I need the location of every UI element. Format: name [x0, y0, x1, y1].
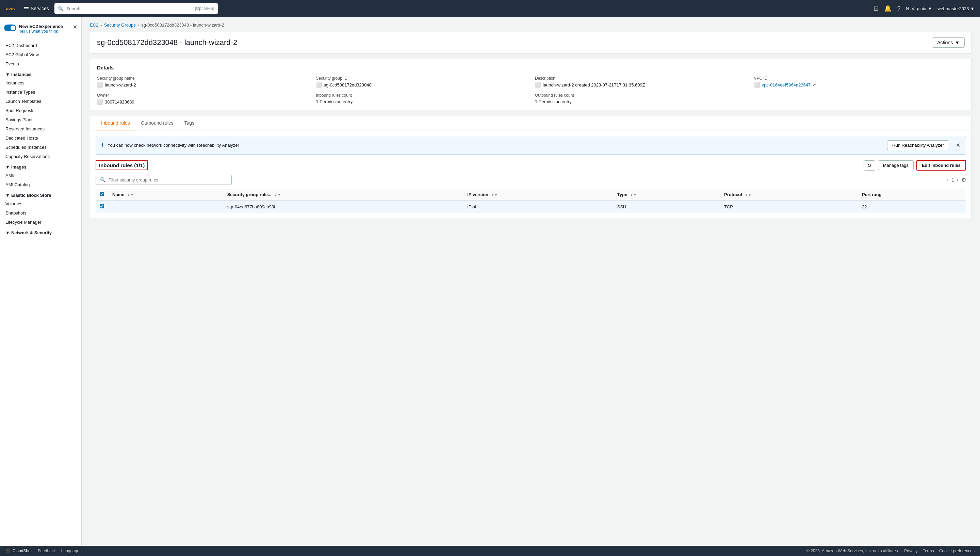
inbound-count-value: 1 Permission entry — [316, 99, 353, 104]
outbound-count-value: 1 Permission entry — [535, 99, 572, 104]
console-icon[interactable]: ⊡ — [874, 5, 878, 12]
col-protocol-sort-icon[interactable]: ▲▼ — [745, 193, 751, 197]
row-name: – — [108, 200, 223, 213]
services-menu[interactable]: Services — [24, 6, 49, 11]
search-bar[interactable]: 🔍 [Option+S] — [55, 3, 218, 14]
sidebar-item-capacity-reservations[interactable]: Capacity Reservations — [0, 152, 81, 161]
pagination: ‹ 1 › ⚙ — [947, 177, 966, 183]
vpc-id-label: VPC ID — [754, 76, 965, 81]
tab-outbound-rules[interactable]: Outbound rules — [135, 116, 179, 130]
sidebar-section-network-security[interactable]: ▼ Network & Security — [0, 227, 81, 237]
inbound-count-badge: (1/1) — [134, 162, 145, 168]
prev-page-button[interactable]: ‹ — [947, 177, 949, 183]
main-content: EC2 › Security Groups › sg-0cd508172dd32… — [82, 17, 980, 556]
help-icon[interactable]: ? — [897, 5, 900, 12]
manage-tags-button[interactable]: Manage tags — [878, 160, 914, 170]
sidebar-item-instances[interactable]: Instances — [0, 78, 81, 87]
sidebar-item-savings-plans[interactable]: Savings Plans — [0, 115, 81, 124]
table-header: Name ▲▼ Security group rule... ▲▼ IP ver… — [96, 189, 966, 200]
new-experience-toggle[interactable] — [4, 24, 16, 31]
sidebar-item-reserved-instances[interactable]: Reserved Instances — [0, 124, 81, 134]
info-icon: ℹ — [102, 142, 103, 149]
owner-copy-icon[interactable]: ⬜ — [97, 99, 103, 105]
search-input[interactable] — [66, 6, 192, 11]
details-title: Details — [97, 65, 965, 71]
sidebar-section-ebs[interactable]: ▼ Elastic Block Store — [0, 189, 81, 199]
page-header: sg-0cd508172dd323048 - launch-wizard-2 A… — [90, 32, 972, 53]
outbound-count-field: Outbound rules count 1 Permission entry — [535, 93, 746, 105]
banner-close-icon[interactable]: ✕ — [956, 142, 960, 149]
next-page-button[interactable]: › — [957, 177, 959, 183]
sidebar-item-volumes[interactable]: Volumes — [0, 199, 81, 208]
actions-label: Actions — [937, 40, 953, 45]
sidebar-item-spot-requests[interactable]: Spot Requests — [0, 106, 81, 115]
row-checkbox[interactable] — [100, 204, 104, 208]
tabs-container: Inbound rules Outbound rules Tags ℹ You … — [90, 116, 972, 219]
vpc-id-copy-icon[interactable]: ⬜ — [754, 82, 760, 87]
sg-name-copy-icon[interactable]: ⬜ — [97, 82, 103, 87]
sidebar-item-dedicated-hosts[interactable]: Dedicated Hosts — [0, 134, 81, 143]
vpc-ext-link-icon[interactable]: ↗ — [812, 82, 816, 87]
breadcrumb-current: sg-0cd508172dd323048 - launch-wizard-2 — [141, 23, 224, 27]
new-experience-link[interactable]: Tell us what you think — [19, 29, 70, 34]
sidebar-item-instance-types[interactable]: Instance Types — [0, 87, 81, 97]
tab-inbound-rules[interactable]: Inbound rules — [96, 116, 135, 130]
sg-id-copy-icon[interactable]: ⬜ — [316, 82, 322, 87]
sidebar-close-icon[interactable]: ✕ — [73, 24, 77, 30]
sidebar-section-instances[interactable]: ▼ Instances — [0, 68, 81, 78]
description-value: launch-wizard-2 created 2023-07-21T17:31… — [543, 82, 645, 87]
tab-tags[interactable]: Tags — [179, 116, 200, 130]
sidebar-item-snapshots[interactable]: Snapshots — [0, 208, 81, 218]
feedback-link[interactable]: Feedback — [38, 548, 56, 553]
inbound-count-field: Inbound rules count 1 Permission entry — [316, 93, 527, 105]
network-arrow-icon: ▼ — [5, 230, 10, 235]
col-name-sort-icon[interactable]: ▲▼ — [127, 193, 134, 197]
col-ip-version-sort-icon[interactable]: ▲▼ — [491, 193, 498, 197]
row-protocol: TCP — [720, 200, 858, 213]
col-port-range-label: Port rang — [862, 192, 882, 197]
sidebar-item-amis[interactable]: AMIs — [0, 171, 81, 180]
privacy-link[interactable]: Privacy — [904, 548, 917, 553]
cloudshell-button[interactable]: ⬛ CloudShell — [5, 548, 32, 553]
tabs-header: Inbound rules Outbound rules Tags — [90, 116, 972, 130]
aws-logo[interactable]: aws — [5, 2, 18, 15]
sidebar-item-launch-templates[interactable]: Launch Templates — [0, 97, 81, 106]
details-panel: Details Security group name ⬜ launch-wiz… — [90, 59, 972, 110]
search-icon: 🔍 — [58, 6, 64, 11]
breadcrumb-security-groups[interactable]: Security Groups — [104, 23, 136, 27]
refresh-button[interactable]: ↻ — [864, 160, 875, 171]
vpc-id-value[interactable]: vpc-0164eef5964a23647 — [762, 82, 811, 87]
col-ip-version-label: IP version — [467, 192, 488, 197]
run-reachability-button[interactable]: Run Reachability Analyzer — [887, 140, 949, 150]
table-settings-icon[interactable]: ⚙ — [961, 177, 966, 183]
search-shortcut: [Option+S] — [195, 6, 214, 11]
select-all-checkbox[interactable] — [100, 192, 104, 196]
cookie-link[interactable]: Cookie preferences — [939, 548, 975, 553]
bell-icon[interactable]: 🔔 — [884, 5, 891, 12]
breadcrumb-ec2[interactable]: EC2 — [90, 23, 98, 27]
new-experience-banner: New EC2 Experience Tell us what you thin… — [0, 21, 81, 38]
user-menu[interactable]: webmaster2023 ▼ — [938, 6, 975, 11]
sidebar-item-ami-catalog[interactable]: AMI Catalog — [0, 180, 81, 189]
description-copy-icon[interactable]: ⬜ — [535, 82, 541, 87]
filter-input-container[interactable]: 🔍 — [96, 175, 232, 185]
cloudshell-icon: ⬛ — [5, 548, 11, 553]
actions-button[interactable]: Actions ▼ — [932, 37, 965, 48]
col-type-sort-icon[interactable]: ▲▼ — [630, 193, 637, 197]
terms-link[interactable]: Terms — [923, 548, 934, 553]
sidebar-item-events[interactable]: Events — [0, 59, 81, 68]
sidebar-item-ec2-global-view[interactable]: EC2 Global View — [0, 50, 81, 59]
sidebar-section-images[interactable]: ▼ Images — [0, 161, 81, 171]
language-link[interactable]: Language — [61, 548, 79, 553]
region-selector[interactable]: N. Virginia ▼ — [906, 6, 932, 11]
row-checkbox-cell — [96, 200, 108, 213]
filter-input[interactable] — [108, 178, 227, 183]
sg-id-label: Security group ID — [316, 76, 527, 81]
sidebar-item-ec2-dashboard[interactable]: EC2 Dashboard — [0, 41, 81, 50]
col-sg-rule-sort-icon[interactable]: ▲▼ — [274, 193, 281, 197]
sidebar-item-scheduled-instances[interactable]: Scheduled Instances — [0, 143, 81, 152]
edit-inbound-rules-button[interactable]: Edit inbound rules — [916, 160, 966, 171]
inbound-count-label: Inbound rules count — [316, 93, 527, 98]
sidebar-item-lifecycle-manager[interactable]: Lifecycle Manager — [0, 218, 81, 227]
instances-label: Instances — [11, 72, 32, 77]
